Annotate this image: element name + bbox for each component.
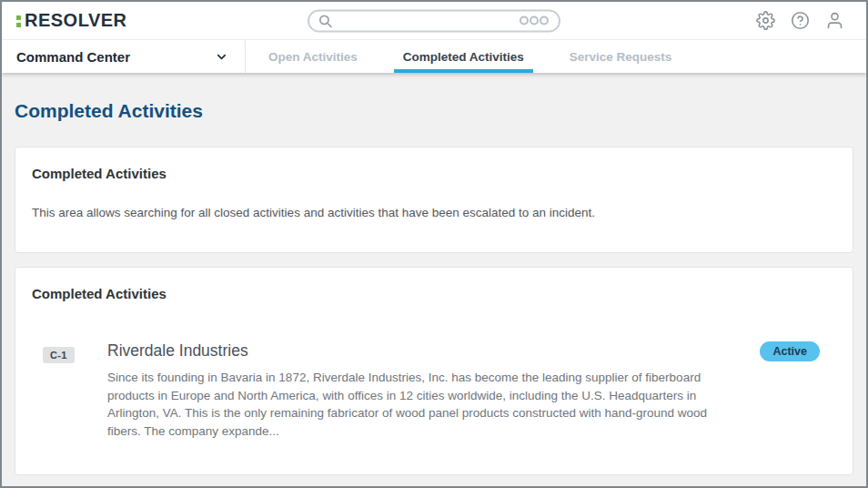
user-profile-icon[interactable] bbox=[825, 11, 844, 30]
tab-service-requests[interactable]: Service Requests bbox=[547, 40, 695, 73]
item-id-column: C-1 bbox=[43, 341, 107, 363]
nav-bar: Command Center Open Activities Completed… bbox=[2, 40, 866, 73]
page-content: Completed Activities Completed Activitie… bbox=[2, 73, 866, 486]
top-header: RESOLVER bbox=[2, 2, 866, 40]
logo-colon-icon bbox=[16, 14, 21, 27]
intro-card: Completed Activities This area allows se… bbox=[15, 147, 853, 253]
help-icon[interactable] bbox=[791, 11, 810, 30]
app-selector-dropdown[interactable]: Command Center bbox=[2, 40, 246, 73]
status-badge: Active bbox=[760, 341, 820, 361]
resolver-logo[interactable]: RESOLVER bbox=[16, 10, 127, 31]
tab-completed-activities[interactable]: Completed Activities bbox=[380, 40, 547, 73]
search-input[interactable] bbox=[338, 14, 513, 27]
chevron-down-icon bbox=[215, 50, 228, 64]
header-icon-group bbox=[756, 11, 844, 30]
intro-card-description: This area allows searching for all close… bbox=[32, 206, 836, 219]
item-id-badge: C-1 bbox=[43, 347, 75, 363]
results-card: Completed Activities C-1 Riverdale Indus… bbox=[15, 267, 853, 475]
item-content: Riverdale Industries Since its founding … bbox=[107, 341, 760, 440]
logo-text: RESOLVER bbox=[25, 10, 127, 31]
nav-tabs: Open Activities Completed Activities Ser… bbox=[246, 40, 694, 73]
page-title: Completed Activities bbox=[15, 100, 853, 122]
app-selector-label: Command Center bbox=[16, 49, 130, 65]
global-search-bar[interactable] bbox=[308, 9, 560, 32]
app-window: RESOLVER bbox=[0, 0, 868, 488]
tab-open-activities[interactable]: Open Activities bbox=[246, 40, 380, 73]
activity-list-item[interactable]: C-1 Riverdale Industries Since its found… bbox=[32, 341, 836, 440]
item-description: Since its founding in Bavaria in 1872, R… bbox=[107, 369, 737, 440]
search-options-button[interactable] bbox=[519, 15, 550, 26]
results-card-title: Completed Activities bbox=[32, 286, 836, 301]
search-icon bbox=[318, 13, 333, 28]
item-title[interactable]: Riverdale Industries bbox=[107, 341, 760, 361]
settings-gear-icon[interactable] bbox=[756, 11, 775, 30]
intro-card-title: Completed Activities bbox=[32, 166, 836, 181]
